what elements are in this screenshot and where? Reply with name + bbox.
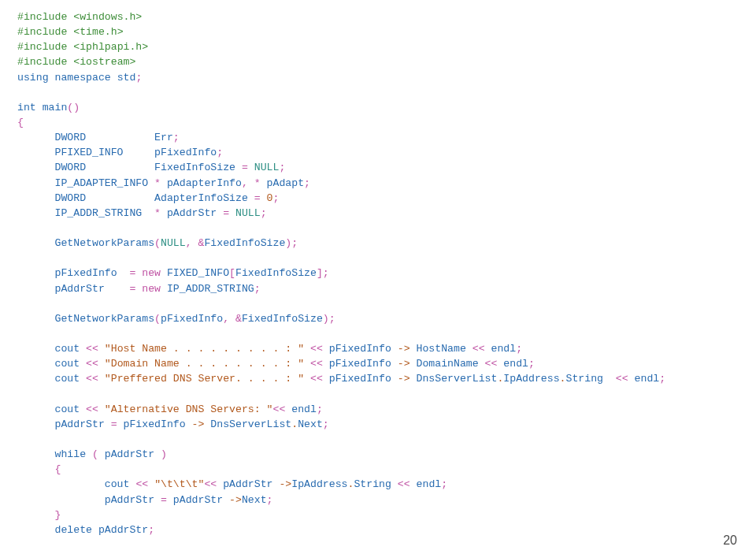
null-literal: NULL xyxy=(235,207,261,219)
punct: ; xyxy=(217,147,223,158)
identifier: endl xyxy=(503,358,528,370)
string-literal: "Preffered DNS Server. . . . : " xyxy=(105,373,310,385)
paren: ( xyxy=(154,237,161,249)
string-literal: "Alternative DNS Servers: " xyxy=(105,403,273,415)
decl: IP_ADDR_STRING xyxy=(17,207,154,219)
type: FIXED_INFO xyxy=(167,267,229,279)
punct: ; xyxy=(135,72,142,84)
punct: ; xyxy=(254,283,261,295)
member: HostName xyxy=(417,343,472,355)
paren: ) xyxy=(161,448,167,460)
paren: ); xyxy=(323,313,335,325)
identifier: endl xyxy=(291,403,317,415)
punct: ; xyxy=(317,403,323,415)
punct: ; xyxy=(659,373,665,385)
using-keyword: using namespace xyxy=(17,72,117,84)
code-block: #include <windows.h> #include <time.h> #… xyxy=(0,0,756,537)
include-directive: #include xyxy=(17,26,73,38)
op: = new xyxy=(129,283,166,295)
type-keyword: int xyxy=(17,102,43,113)
identifier: pAddrStr xyxy=(17,418,111,430)
op: << xyxy=(86,358,105,370)
arrow: -> xyxy=(398,373,417,385)
identifier: pFixedInfo xyxy=(161,313,223,325)
op: << xyxy=(310,343,329,355)
identifier: pAdapterInfo xyxy=(167,177,242,189)
punct: ; xyxy=(528,358,535,370)
op: = xyxy=(111,418,124,430)
op: * xyxy=(154,207,167,219)
identifier: FixedInfoSize xyxy=(242,313,323,325)
punct: ; xyxy=(516,343,522,355)
null-literal: NULL xyxy=(161,237,186,249)
identifier: pAdapt xyxy=(267,177,304,189)
op: , * xyxy=(242,177,267,189)
identifier: pAddrStr xyxy=(223,478,279,490)
identifier: pFixedInfo xyxy=(124,418,192,430)
decl: DWORD AdapterInfoSize xyxy=(17,192,254,204)
include-lib: <windows.h> xyxy=(73,11,142,23)
op: << xyxy=(86,343,105,355)
op: << xyxy=(310,373,329,385)
paren: ( xyxy=(154,313,161,325)
op: << xyxy=(616,373,635,385)
identifier: endl xyxy=(635,373,660,385)
call: GetNetworkParams xyxy=(17,237,154,249)
member: Next xyxy=(298,418,323,430)
include-lib: <iphlpapi.h> xyxy=(73,41,148,53)
identifier: pAddrStr xyxy=(173,494,229,506)
string-literal: "Domain Name . . . . . . . . : " xyxy=(105,358,310,370)
arrow: -> xyxy=(398,343,417,355)
op: = xyxy=(161,494,173,506)
decl: PFIXED_INFO pFixedInfo xyxy=(17,147,217,158)
punct: ; xyxy=(261,207,267,219)
bracket: [ xyxy=(229,267,235,279)
decl: DWORD Err xyxy=(17,132,173,143)
arrow: -> xyxy=(229,494,242,506)
identifier: pAddrStr xyxy=(17,283,129,295)
include-directive: #include xyxy=(17,11,73,23)
call: GetNetworkParams xyxy=(17,313,154,325)
function-name: main xyxy=(43,102,68,113)
include-directive: #include xyxy=(17,41,73,53)
op: << xyxy=(310,358,329,370)
brace: } xyxy=(17,509,61,521)
identifier: pAddrStr xyxy=(17,494,161,506)
dot: . xyxy=(560,373,566,385)
punct: ; xyxy=(173,132,180,143)
identifier: cout xyxy=(17,403,86,415)
brace: { xyxy=(17,117,24,128)
op: = new xyxy=(129,267,166,279)
include-lib: <time.h> xyxy=(73,26,123,38)
punct: ; xyxy=(267,494,273,506)
null-literal: NULL xyxy=(254,162,280,173)
op: = xyxy=(254,192,267,204)
op: << xyxy=(86,403,105,415)
op: << xyxy=(273,403,292,415)
arrow: -> xyxy=(279,478,291,490)
parens: () xyxy=(67,102,80,113)
op: << xyxy=(86,373,105,385)
op: << xyxy=(204,478,223,490)
identifier: std xyxy=(117,72,136,84)
identifier: cout xyxy=(17,343,86,355)
delete-keyword: delete xyxy=(17,524,98,536)
identifier: cout xyxy=(17,373,86,385)
identifier: cout xyxy=(17,358,86,370)
punct: ; xyxy=(148,524,154,536)
op: << xyxy=(135,478,154,490)
identifier: pAddrStr xyxy=(98,524,148,536)
member: String xyxy=(566,373,616,385)
op: * xyxy=(154,177,167,189)
string-literal: "Host Name . . . . . . . . . : " xyxy=(105,343,310,355)
op: << xyxy=(485,358,504,370)
op: = xyxy=(242,162,254,173)
member: DnsServerList xyxy=(210,418,291,430)
dot: . xyxy=(291,418,298,430)
identifier: endl xyxy=(417,478,442,490)
identifier: endl xyxy=(491,343,517,355)
member: String xyxy=(354,478,397,490)
identifier: FixedInfoSize xyxy=(204,237,285,249)
punct: ; xyxy=(323,418,329,430)
member: IpAddress xyxy=(503,373,559,385)
